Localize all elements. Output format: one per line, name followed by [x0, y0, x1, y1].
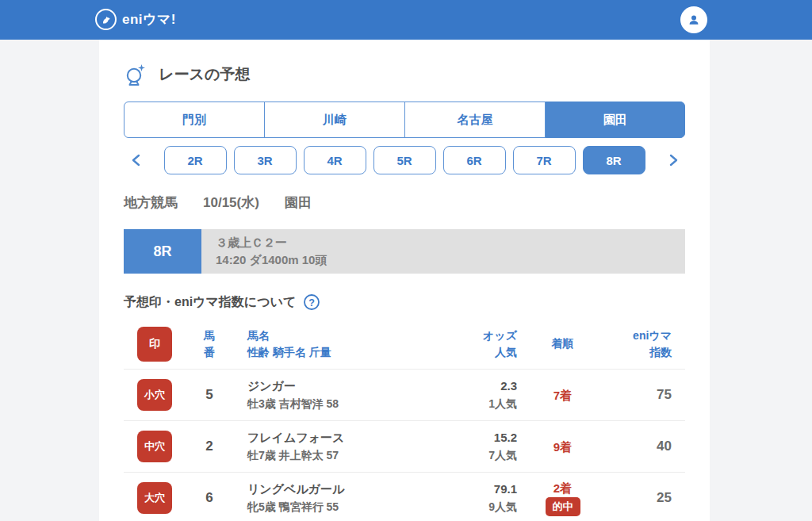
- track-tab-sonoda[interactable]: 園田: [546, 102, 685, 138]
- chevron-right-icon: [669, 154, 678, 167]
- number-column-header: 馬 番: [172, 328, 247, 360]
- next-races-button[interactable]: [661, 154, 685, 167]
- race-button-7r[interactable]: 7R: [513, 146, 576, 174]
- eniuma-index: 40: [608, 439, 685, 454]
- race-button-3r[interactable]: 3R: [234, 146, 297, 174]
- rank-column-header: 着順: [517, 335, 608, 351]
- header-line: 馬名: [247, 328, 406, 343]
- prev-races-button[interactable]: [124, 154, 147, 167]
- race-button-8r[interactable]: 8R: [583, 146, 645, 174]
- track-tab-bar: 門別 川崎 名古屋 園田: [124, 102, 685, 138]
- top-navigation-bar: eniウマ!: [0, 0, 812, 40]
- prediction-mark-badge: 小穴: [137, 379, 172, 411]
- page-header: レースの予想: [124, 62, 685, 86]
- horse-detail: 牡7歳 井上幹太 57: [247, 447, 406, 464]
- horse-name: フレイムフォース: [247, 429, 406, 447]
- help-icon[interactable]: ?: [303, 293, 320, 311]
- app-logo-text: eniウマ!: [122, 10, 176, 29]
- table-row[interactable]: 小穴 5 ジンガー 牡3歳 吉村智洋 58 2.3 1人気 7着 75: [124, 369, 685, 420]
- name-column-header: 馬名 性齢 騎手名 斤量: [247, 328, 406, 360]
- track-tab-nagoya[interactable]: 名古屋: [405, 102, 546, 137]
- odds-value: 79.1: [406, 481, 517, 499]
- track-tab-label: 園田: [603, 113, 627, 128]
- horse-number: 5: [172, 387, 247, 403]
- race-button-4r[interactable]: 4R: [304, 146, 366, 174]
- about-line: 予想印・eniウマ指数について ?: [124, 293, 685, 311]
- table-header-row: 印 馬 番 馬名 性齢 騎手名 斤量 オッズ 人気 着順 eniウマ 指数: [124, 319, 685, 369]
- main-content-card: レースの予想 門別 川崎 名古屋 園田 2R 3R 4R 5R 6R 7R 8R: [99, 40, 710, 521]
- track-tab-kawasaki[interactable]: 川崎: [265, 102, 405, 137]
- index-column-header: eniウマ 指数: [608, 328, 685, 360]
- person-icon: [686, 12, 702, 28]
- meta-category: 地方競馬: [124, 193, 178, 212]
- race-number-badge: 8R: [124, 229, 201, 274]
- race-number-bar: 2R 3R 4R 5R 6R 7R 8R: [124, 146, 685, 174]
- finish-rank: 9着: [517, 439, 608, 455]
- horse-detail: 牝5歳 鴨宮祥行 55: [247, 499, 406, 515]
- header-line: 着順: [517, 335, 608, 351]
- race-button-2r[interactable]: 2R: [164, 146, 227, 174]
- hit-badge: 的中: [546, 497, 580, 516]
- horse-name: リングベルガール: [247, 481, 406, 499]
- app-logo[interactable]: eniウマ!: [95, 9, 176, 30]
- race-button-6r[interactable]: 6R: [443, 146, 506, 174]
- race-meta-line: 地方競馬 10/15(水) 園田: [124, 193, 685, 212]
- finish-rank: 7着: [517, 387, 608, 404]
- svg-text:?: ?: [309, 297, 316, 308]
- odds-value: 2.3: [406, 377, 517, 396]
- meta-date: 10/15(水): [203, 193, 259, 212]
- race-class-text: ３歳上Ｃ２ー: [216, 236, 685, 251]
- user-avatar-button[interactable]: [680, 6, 707, 33]
- header-line: 指数: [608, 344, 672, 360]
- about-label: 予想印・eniウマ指数について: [124, 294, 296, 311]
- table-row[interactable]: 大穴 6 リングベルガール 牝5歳 鴨宮祥行 55 79.1 9人気 2着 的中…: [124, 472, 685, 521]
- race-conditions-text: 14:20 ダ1400m 10頭: [216, 253, 685, 268]
- horse-number: 2: [172, 439, 247, 454]
- track-tab-label: 門別: [182, 113, 206, 128]
- header-line: 人気: [406, 344, 517, 360]
- eniuma-index: 25: [608, 490, 685, 506]
- track-tab-label: 川崎: [323, 113, 347, 128]
- crystal-ball-icon: [124, 62, 147, 86]
- header-line: オッズ: [406, 328, 517, 343]
- horse-detail: 牡3歳 吉村智洋 58: [247, 396, 406, 412]
- odds-column-header: オッズ 人気: [406, 328, 517, 360]
- race-buttons-group: 2R 3R 4R 5R 6R 7R 8R: [164, 146, 645, 174]
- race-info-bar: 8R ３歳上Ｃ２ー 14:20 ダ1400m 10頭: [124, 229, 685, 274]
- meta-track: 園田: [285, 193, 312, 212]
- chevron-left-icon: [132, 154, 140, 167]
- prediction-table: 印 馬 番 馬名 性齢 騎手名 斤量 オッズ 人気 着順 eniウマ 指数: [124, 319, 685, 521]
- popularity-value: 9人気: [406, 499, 517, 515]
- track-tab-label: 名古屋: [458, 113, 493, 128]
- page-title: レースの予想: [159, 64, 250, 85]
- race-info-panel: ３歳上Ｃ２ー 14:20 ダ1400m 10頭: [201, 229, 685, 274]
- table-row[interactable]: 中穴 2 フレイムフォース 牡7歳 井上幹太 57 15.2 7人気 9着 40: [124, 420, 685, 472]
- header-line: eniウマ: [608, 328, 672, 343]
- mark-column-header: 印: [137, 327, 172, 362]
- header-line: 性齢 騎手名 斤量: [247, 344, 406, 360]
- horse-logo-icon: [95, 9, 117, 30]
- header-line: 馬: [172, 328, 247, 343]
- track-tab-monbetsu[interactable]: 門別: [124, 102, 265, 137]
- finish-rank: 2着: [517, 480, 608, 496]
- prediction-mark-badge: 大穴: [137, 482, 172, 514]
- eniuma-index: 75: [608, 387, 685, 403]
- prediction-mark-badge: 中穴: [137, 431, 172, 462]
- header-line: 番: [172, 344, 247, 360]
- race-button-5r[interactable]: 5R: [373, 146, 436, 174]
- horse-name: ジンガー: [247, 377, 406, 396]
- odds-value: 15.2: [406, 429, 517, 447]
- popularity-value: 1人気: [406, 396, 517, 412]
- horse-number: 6: [172, 490, 247, 506]
- popularity-value: 7人気: [406, 447, 517, 464]
